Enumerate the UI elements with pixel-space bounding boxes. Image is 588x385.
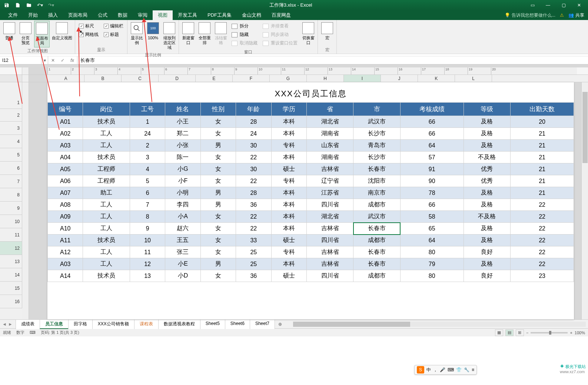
zoom-button[interactable]: 显示比例 [129,21,144,47]
view-page-break-icon[interactable]: ⊞ [516,329,524,336]
col-header-C[interactable]: C [122,75,159,82]
side-by-side-button[interactable]: 并排查看 [263,22,298,30]
cell[interactable]: 小E [165,258,200,270]
cell[interactable]: 武汉市 [353,116,400,128]
ime-toolbar[interactable]: S 中 ， 🎤 ⌨ 👕 🔧 ≡ [414,365,477,375]
cell[interactable]: 四川省 [306,270,353,282]
view-page-layout-icon[interactable]: ▤ [505,329,514,336]
cell[interactable]: A08 [48,199,83,211]
cell[interactable]: 技术员 [83,270,130,282]
cell[interactable]: 硕士 [271,270,306,282]
cell[interactable]: 吉林省 [306,258,353,270]
cell[interactable]: 技术员 [83,235,130,246]
cell[interactable]: 良好 [464,270,510,282]
cell[interactable]: 11 [130,246,165,258]
cell[interactable]: 21 [511,187,574,199]
cell[interactable]: 66 [400,116,464,128]
cell[interactable]: 青岛市 [353,140,400,152]
row-header-6[interactable]: 6 [0,162,22,175]
cell[interactable]: 郑二 [165,128,200,140]
split-button[interactable]: 拆分 [232,22,258,30]
zoom-100-button[interactable]: 100100% [145,21,161,42]
cell[interactable]: 66 [400,128,464,140]
tell-me-input[interactable]: 💡告诉我您想要做什么... [505,12,555,19]
cell[interactable]: 及格 [464,128,510,140]
ime-skin-icon[interactable]: 👕 [456,367,462,372]
ribbon-options-icon[interactable]: ▭ [525,1,540,10]
cell[interactable]: 工人 [83,128,130,140]
sheet-tab-1[interactable]: 员工信息 [40,319,69,329]
headings-checkbox[interactable]: ✓标题 [104,31,123,38]
cell[interactable]: A04 [48,152,83,163]
cell[interactable]: 22 [236,211,271,223]
cell[interactable]: A07 [48,187,83,199]
cell[interactable]: 王五 [165,235,200,246]
cell[interactable]: 长春市 [353,258,400,270]
cell[interactable]: 长春市 [353,223,400,235]
cell[interactable]: 1 [130,116,165,128]
ime-menu-icon[interactable]: ≡ [472,367,474,372]
cell[interactable]: 女 [200,235,236,246]
row-header-1[interactable]: 1 [0,96,22,109]
cell[interactable]: 女 [200,175,236,187]
cell[interactable]: 22 [511,199,574,211]
cell[interactable]: 及格 [464,223,510,235]
cell[interactable]: 女 [200,211,236,223]
cell[interactable]: A02 [48,128,83,140]
cell[interactable]: 28 [236,187,271,199]
table-header[interactable]: 学历 [271,103,306,116]
col-header-F[interactable]: F [233,75,270,82]
cell[interactable]: 小张 [165,140,200,152]
row-header-15[interactable]: 15 [0,282,22,295]
row-header-14[interactable]: 14 [0,268,22,282]
cell[interactable]: A05 [48,163,83,175]
col-header-H[interactable]: H [307,75,344,82]
zoom-out-icon[interactable]: − [526,331,528,335]
cell[interactable]: 79 [400,258,464,270]
row-header-13[interactable]: 13 [0,255,22,268]
row-header-3[interactable]: 3 [0,122,22,135]
cell[interactable]: 2 [130,140,165,152]
cell[interactable]: 小F [165,175,200,187]
cell[interactable]: 22 [236,152,271,163]
add-sheet-button[interactable]: ⊕ [275,322,286,327]
row-header-16[interactable]: 16 [0,295,22,308]
fx-icon[interactable]: fx [67,58,77,63]
name-box[interactable]: I12 [0,56,41,64]
tab-nav-next[interactable]: ► [8,322,13,327]
sheet-tab-3[interactable]: XXX公司销售额 [92,319,134,329]
ime-lang[interactable]: 中 [426,367,431,373]
table-header[interactable]: 考核成绩 [400,103,464,116]
cell[interactable]: 24 [130,128,165,140]
cell[interactable]: 33 [236,235,271,246]
cell[interactable]: 及格 [464,199,510,211]
cell[interactable]: 12 [130,258,165,270]
cell[interactable]: 及格 [464,235,510,246]
table-header[interactable]: 姓名 [165,103,200,116]
cell[interactable]: 本科 [271,258,306,270]
cell[interactable]: 65 [400,223,464,235]
cell[interactable]: 小王 [165,116,200,128]
reset-pos-button[interactable]: 重设窗口位置 [263,39,298,47]
menu-tab-0[interactable]: 文件 [3,10,23,20]
col-header-L[interactable]: L [455,75,492,82]
table-header[interactable]: 出勤天数 [511,103,574,116]
col-header-B[interactable]: B [84,75,122,82]
cell[interactable]: 91 [400,163,464,175]
row-header-5[interactable]: 5 [0,148,22,162]
col-header-K[interactable]: K [418,75,455,82]
cell[interactable]: 7 [130,199,165,211]
row-header-9[interactable]: 9 [0,202,22,215]
cell[interactable]: 男 [200,258,236,270]
cell[interactable]: 陈一 [165,152,200,163]
cell[interactable]: 工人 [83,246,130,258]
cell[interactable]: 80 [400,270,464,282]
cell[interactable]: 长沙市 [353,128,400,140]
cell[interactable]: 本科 [271,211,306,223]
cell[interactable]: 22 [511,211,574,223]
table-header[interactable]: 市 [353,103,400,116]
cell[interactable]: 湖南省 [306,128,353,140]
cell[interactable]: 25 [236,258,271,270]
cell[interactable]: 成都市 [353,270,400,282]
cell[interactable]: 10 [130,235,165,246]
